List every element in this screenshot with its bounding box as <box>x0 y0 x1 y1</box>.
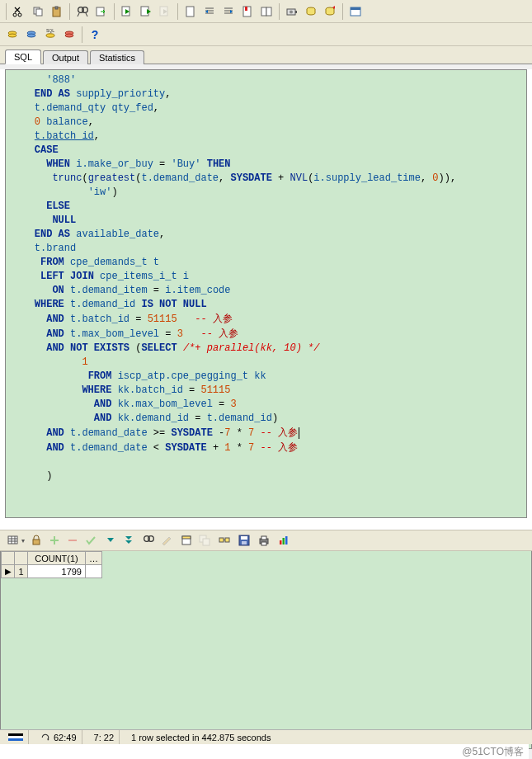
grid-rownum-header <box>15 552 28 565</box>
svg-rect-49 <box>283 538 285 544</box>
cell-empty <box>86 565 102 578</box>
tab-statistics[interactable]: Statistics <box>90 50 144 64</box>
print-icon[interactable] <box>256 532 272 549</box>
svg-point-31 <box>65 34 73 37</box>
svg-rect-12 <box>186 7 194 16</box>
grid-toolbar: ▾ <box>0 530 532 551</box>
new-sql-icon[interactable] <box>181 2 200 21</box>
bookmark-icon[interactable] <box>238 2 257 21</box>
svg-rect-46 <box>261 536 266 540</box>
svg-point-0 <box>13 13 16 16</box>
grid-col-header[interactable]: COUNT(1) <box>28 552 86 565</box>
svg-rect-48 <box>280 540 282 544</box>
link-icon[interactable] <box>216 532 233 549</box>
copy-icon[interactable] <box>29 2 47 21</box>
edit-cell-icon <box>158 532 175 549</box>
paste-icon[interactable] <box>48 2 66 21</box>
svg-point-25 <box>8 34 16 37</box>
fetch-all-icon[interactable] <box>120 532 137 549</box>
svg-rect-41 <box>225 538 229 542</box>
editor-tabs: SQL Output Statistics <box>0 46 532 64</box>
main-toolbar-1 <box>0 0 532 23</box>
svg-point-28 <box>46 33 54 36</box>
find-grid-icon[interactable] <box>140 532 157 549</box>
grid-view-icon[interactable] <box>5 532 21 549</box>
toolbar-separator <box>279 3 280 20</box>
toolbar-separator <box>6 3 7 20</box>
toolbar-separator <box>177 3 178 20</box>
toolbar-separator <box>114 3 115 20</box>
svg-point-27 <box>27 34 35 37</box>
window-icon[interactable] <box>346 2 365 21</box>
chart-icon[interactable] <box>275 532 292 549</box>
svg-rect-14 <box>245 7 247 11</box>
svg-rect-50 <box>285 536 288 544</box>
result-grid[interactable]: COUNT(1) … ▶ 1 1799 <box>1 551 102 578</box>
post-icon <box>82 532 99 549</box>
tab-output[interactable]: Output <box>43 50 88 64</box>
book-icon[interactable] <box>257 2 275 21</box>
svg-rect-5 <box>55 7 58 9</box>
result-grid-area: COUNT(1) … ▶ 1 1799 <box>0 551 532 749</box>
grid-col-header-extra[interactable]: … <box>86 552 102 565</box>
svg-text:SQL: SQL <box>46 28 54 33</box>
coins-red-icon[interactable] <box>60 26 78 44</box>
coins-blue-icon[interactable] <box>22 26 40 44</box>
status-position: 7: 22 <box>89 730 120 744</box>
execute-icon[interactable] <box>118 2 136 21</box>
toolbar-separator <box>69 3 70 20</box>
execute-step-icon[interactable] <box>137 2 155 21</box>
svg-point-18 <box>290 10 293 13</box>
svg-rect-39 <box>203 539 210 545</box>
table-row[interactable]: ▶ 1 1799 <box>2 565 102 578</box>
svg-rect-47 <box>261 542 266 545</box>
sql-editor[interactable]: '888' END AS supply_priority, t.demand_q… <box>5 69 527 518</box>
indent-less-icon[interactable] <box>200 2 219 21</box>
coins-sql-icon[interactable]: SQL <box>41 26 59 44</box>
add-row-icon <box>46 532 63 549</box>
status-bar: 62:49 7: 22 1 row selected in 442.875 se… <box>0 729 532 744</box>
coins-yellow-icon[interactable] <box>3 26 21 44</box>
cut-icon[interactable] <box>10 2 28 21</box>
main-toolbar-2: SQL ? <box>0 23 532 46</box>
status-timer: 62:49 <box>35 730 82 744</box>
rollback-icon[interactable] <box>321 2 339 21</box>
commit-icon[interactable] <box>302 2 320 21</box>
grid-corner <box>2 552 15 565</box>
delete-row-icon <box>64 532 81 549</box>
lock-icon[interactable] <box>28 532 45 549</box>
find-next-icon[interactable] <box>92 2 111 21</box>
single-record-icon[interactable] <box>178 532 195 549</box>
find-icon[interactable] <box>73 2 92 21</box>
svg-rect-44 <box>242 541 247 544</box>
camera-icon[interactable] <box>283 2 301 21</box>
svg-rect-15 <box>261 7 266 16</box>
editor-area: '888' END AS supply_priority, t.demand_q… <box>0 69 532 530</box>
cell-count[interactable]: 1799 <box>28 565 86 578</box>
svg-rect-33 <box>33 540 40 544</box>
svg-rect-16 <box>266 7 271 16</box>
svg-rect-40 <box>219 538 224 542</box>
svg-rect-32 <box>8 536 17 544</box>
save-icon[interactable] <box>236 532 252 549</box>
toolbar-separator <box>342 3 343 20</box>
toolbar-separator <box>82 26 82 43</box>
row-number: 1 <box>15 565 28 578</box>
svg-rect-19 <box>295 11 297 13</box>
svg-rect-37 <box>182 536 191 539</box>
refresh-icon <box>40 733 50 742</box>
status-message: 1 row selected in 442.875 seconds <box>126 730 529 744</box>
tab-sql[interactable]: SQL <box>5 50 41 64</box>
svg-rect-43 <box>241 536 247 540</box>
status-flag <box>3 730 29 744</box>
watermark: @51CTO博客 <box>0 744 529 759</box>
execute-disabled-icon <box>156 2 174 21</box>
svg-rect-3 <box>36 9 42 16</box>
multi-record-icon <box>196 532 213 549</box>
svg-point-1 <box>18 13 21 16</box>
fetch-down-icon[interactable] <box>102 532 119 549</box>
row-pointer-icon: ▶ <box>2 565 15 578</box>
indent-more-icon[interactable] <box>219 2 238 21</box>
svg-rect-23 <box>351 7 360 10</box>
help-icon[interactable]: ? <box>86 26 104 44</box>
